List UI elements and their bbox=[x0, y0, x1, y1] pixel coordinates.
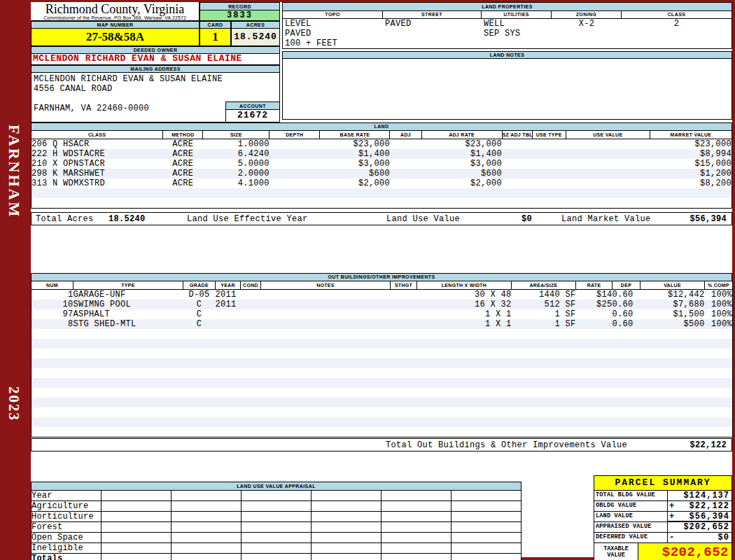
land-cell-depth bbox=[270, 139, 320, 150]
outbuilding-cell-dep: 0.60 bbox=[612, 319, 640, 329]
map-number-header: MAP NUMBER bbox=[31, 21, 200, 29]
appraisal-row-label: Totals bbox=[31, 554, 102, 560]
land-cell-use_value bbox=[566, 169, 650, 178]
land-column-header: ADJ RATE bbox=[421, 131, 502, 139]
land-properties-values: LEVELPAVED100 + FEETPAVEDWELLSEP SYSX-22 bbox=[283, 19, 732, 48]
land-cell-use_value bbox=[566, 139, 650, 150]
table-row: 222 H WDSTACREACRE6.4240$1,400$1,400$8,9… bbox=[31, 149, 732, 159]
parcel-summary-row-value: $124,137 bbox=[668, 491, 732, 500]
appraisal-empty-cell bbox=[382, 522, 451, 533]
outbuilding-cell-comp: 100% bbox=[705, 290, 733, 300]
appraisal-empty-cell bbox=[102, 501, 172, 512]
land-use-appraisal-table: Year Agriculture Horticulture Forest Ope… bbox=[31, 490, 522, 560]
land-properties-value: PAVED bbox=[283, 29, 383, 38]
appraisal-empty-cell bbox=[312, 554, 382, 560]
appraisal-row-label: Open Space bbox=[31, 533, 102, 543]
empty-row bbox=[31, 198, 732, 209]
outbuilding-cell-comp: 100% bbox=[705, 309, 733, 319]
account-header: ACCOUNT bbox=[225, 102, 280, 110]
land-properties-title: LAND PROPERTIES bbox=[283, 3, 732, 11]
land-cell-size: 2.0000 bbox=[203, 169, 270, 178]
appraisal-empty-cell bbox=[312, 543, 382, 554]
land-cell-base_rate: $2,000 bbox=[320, 178, 390, 188]
header-row: NUMTYPEGRADEYEARCONDNOTESSTHGTLENGTH X W… bbox=[31, 281, 733, 290]
outbuilding-column-header: STHGT bbox=[391, 281, 417, 290]
record-header: RECORD bbox=[200, 2, 280, 10]
land-cell-use_value bbox=[566, 149, 650, 159]
land-properties-section: LAND PROPERTIES TOPOSTREETUTILITIESZONIN… bbox=[282, 2, 732, 49]
taxable-value: $202,652 bbox=[638, 543, 732, 560]
outbuilding-cell-type: SWIMNG POOL bbox=[74, 300, 183, 309]
parcel-summary-title: PARCEL SUMMARY bbox=[594, 476, 732, 491]
land-cell-base_rate: $23,000 bbox=[320, 139, 390, 150]
land-cell-method: ACRE bbox=[163, 139, 203, 150]
out-buildings-table: NUMTYPEGRADEYEARCONDNOTESSTHGTLENGTH X W… bbox=[31, 281, 733, 438]
record-value: 3833 bbox=[200, 10, 280, 21]
land-properties-column-header: UTILITIES bbox=[482, 11, 552, 19]
amount: $202,652 bbox=[678, 522, 732, 532]
appraisal-empty-cell bbox=[382, 512, 451, 522]
parcel-summary-row-label: DEFERRED VALUE bbox=[594, 533, 668, 542]
land-cell-adj_rate: $2,000 bbox=[421, 178, 502, 188]
empty-row bbox=[31, 398, 733, 407]
total-acres-label: Total Acres bbox=[36, 214, 94, 225]
land-cell-market_value: $8,200 bbox=[650, 178, 732, 188]
outbuilding-column-header: TYPE bbox=[74, 281, 183, 290]
empty-row bbox=[31, 188, 732, 198]
out-buildings-totals-band: Total Out Buildings & Other Improvements… bbox=[31, 438, 732, 451]
land-properties-value-column: 2 bbox=[622, 19, 732, 48]
land-properties-column-header: TOPO bbox=[283, 11, 383, 19]
land-cell-market_value: $23,000 bbox=[650, 139, 732, 150]
outbuilding-cell-rate: $14 bbox=[576, 290, 612, 300]
land-cell-size: 1.0000 bbox=[203, 139, 270, 150]
appraisal-row: Agriculture bbox=[31, 501, 522, 512]
empty-row bbox=[31, 388, 733, 398]
land-cell-adj_rate: $600 bbox=[421, 169, 502, 178]
appraisal-row: Ineligible bbox=[31, 543, 522, 554]
header-row: CLASSMETHODSIZEDEPTHBASE RATEADJADJ RATE… bbox=[31, 131, 732, 139]
outbuilding-column-header: NUM bbox=[31, 281, 74, 290]
land-cell-depth bbox=[270, 149, 320, 159]
appraisal-empty-cell bbox=[241, 533, 312, 543]
parcel-summary-row-value: +$56,394 bbox=[668, 512, 732, 522]
appraisal-row: Totals bbox=[31, 554, 522, 560]
outbuilding-cell-year: 2011 bbox=[216, 300, 241, 309]
outbuilding-cell-num: 97 bbox=[31, 309, 74, 319]
land-cell-depth bbox=[270, 169, 320, 178]
land-cell-market_value: $15,000 bbox=[650, 159, 732, 169]
land-cell-adj bbox=[390, 149, 421, 159]
mailing-address-line: FARNHAM, VA 22460-0000 bbox=[34, 104, 149, 113]
outbuilding-cell-grade: C bbox=[183, 309, 216, 319]
land-cell-adj bbox=[390, 159, 421, 169]
land-cell-sz_adj_tbl bbox=[502, 178, 532, 188]
appraisal-empty-cell bbox=[172, 501, 241, 512]
outbuilding-column-header: % COMP bbox=[705, 281, 733, 290]
acres-header: ACRES bbox=[231, 21, 280, 29]
total-acres-value: 18.5240 bbox=[108, 214, 146, 225]
land-cell-class: 210 X OPNSTACR bbox=[31, 159, 163, 169]
land-cell-class: 206 Q HSACR bbox=[31, 139, 163, 150]
mailing-address-line: MCLENDON RICHARD EVAN & SUSAN ELAINE bbox=[34, 74, 223, 84]
appraisal-empty-cell bbox=[382, 501, 451, 512]
table-row: 206 Q HSACRACRE1.0000$23,000$23,000$23,0… bbox=[31, 139, 732, 150]
land-market-value-label: Land Market Value bbox=[561, 214, 651, 225]
outbuilding-column-header: DEP bbox=[612, 281, 640, 290]
land-cell-class: 298 K MARSHWET bbox=[31, 169, 163, 178]
land-properties-column-header: STREET bbox=[383, 11, 482, 19]
card-value: 1 bbox=[200, 29, 231, 46]
parcel-summary-row: TOTAL BLDG VALUE$124,137 bbox=[594, 491, 732, 501]
empty-cell bbox=[31, 329, 733, 339]
tax-year-label: 2023 bbox=[5, 386, 22, 421]
outbuilding-cell-cond bbox=[241, 300, 261, 309]
outbuilding-table-body: 1GARAGE-UNFD-05201130 X 481440 SF$140.60… bbox=[31, 290, 733, 438]
land-properties-value-column: LEVELPAVED100 + FEET bbox=[283, 19, 383, 48]
outbuilding-cell-rate bbox=[576, 309, 612, 319]
commissioner-line: Commissioner of the Revenue, PO Box 366,… bbox=[31, 15, 199, 21]
land-column-header: SIZE bbox=[203, 131, 270, 139]
empty-row bbox=[31, 427, 733, 438]
outbuilding-cell-num: 1 bbox=[31, 290, 74, 300]
appraisal-empty-cell bbox=[451, 501, 522, 512]
appraisal-row-label: Horticulture bbox=[31, 512, 102, 522]
land-use-effective-year-label: Land Use Effective Year bbox=[187, 214, 308, 225]
parcel-summary-row: LAND VALUE+$56,394 bbox=[594, 512, 732, 522]
